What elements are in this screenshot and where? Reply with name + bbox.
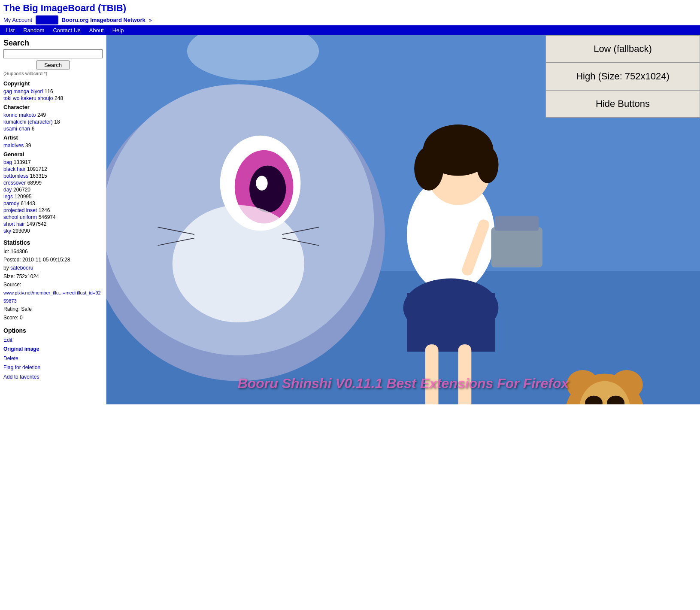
stat-by: by safebooru: [3, 264, 103, 272]
svg-point-9: [249, 166, 286, 212]
list-item: black hair 1091712: [3, 166, 103, 172]
option-add-favorites[interactable]: Add to favorites: [3, 373, 103, 382]
sub-nav: List Random Contact Us About Help: [0, 25, 700, 35]
list-item: gag manga biyori 116: [3, 88, 103, 94]
svg-point-10: [256, 176, 267, 191]
stat-source-label: Source:: [3, 281, 103, 289]
nav-contact-us[interactable]: Contact Us: [48, 25, 85, 35]
options-title: Options: [3, 327, 103, 334]
svg-rect-18: [407, 293, 495, 352]
list-item: usami-chan 6: [3, 125, 103, 132]
stat-score: Score: 0: [3, 314, 103, 322]
overlay-buttons: Low (fallback) High (Size: 752x1024) Hid…: [545, 35, 700, 118]
tag-bottomless[interactable]: bottomless: [3, 173, 28, 179]
nav-help[interactable]: Help: [108, 25, 128, 35]
tag-legs[interactable]: legs: [3, 194, 13, 200]
stat-user-link[interactable]: safebooru: [10, 265, 33, 271]
general-title: General: [3, 151, 103, 158]
option-original-image[interactable]: Original image: [3, 345, 103, 354]
tag-maldives[interactable]: maldives: [3, 143, 24, 149]
tag-crossover[interactable]: crossover: [3, 180, 26, 186]
list-item: short hair 1497542: [3, 221, 103, 227]
artist-title: Artist: [3, 134, 103, 141]
tag-konno-makoto[interactable]: konno makoto: [3, 112, 36, 118]
list-item: kumakichi (character) 18: [3, 118, 103, 125]
low-fallback-button[interactable]: Low (fallback): [546, 36, 700, 63]
site-title: The Big ImageBoard (TBIB): [0, 0, 700, 15]
option-edit[interactable]: Edit: [3, 336, 103, 345]
list-item: projected inset 1246: [3, 207, 103, 213]
wildcard-note: (Supports wildcard *): [3, 71, 103, 76]
tag-short-hair[interactable]: short hair: [3, 221, 25, 227]
main-layout: Search Search (Supports wildcard *) Copy…: [0, 35, 700, 404]
my-account-link[interactable]: My Account: [3, 17, 32, 23]
source-url-link[interactable]: www.pixiv.net/member_illu...=medi illust…: [3, 290, 101, 303]
stat-size: Size: 752x1024: [3, 273, 103, 281]
search-button[interactable]: Search: [36, 60, 70, 70]
top-nav: My Account Posts Booru.org Imageboard Ne…: [0, 15, 700, 25]
posts-button[interactable]: Posts: [36, 15, 58, 24]
search-heading: Search: [3, 39, 103, 48]
list-item: maldives 39: [3, 142, 103, 149]
tag-sky[interactable]: sky: [3, 228, 11, 234]
arrow-link[interactable]: »: [149, 17, 152, 23]
list-item: day 206720: [3, 186, 103, 193]
list-item: konno makoto 249: [3, 112, 103, 118]
list-item: bottomless 163315: [3, 173, 103, 179]
list-item: crossover 68999: [3, 179, 103, 186]
stat-rating: Rating: Safe: [3, 305, 103, 313]
list-item: parody 61443: [3, 200, 103, 206]
options-section: Options Edit Original image Delete Flag …: [3, 327, 103, 382]
statistics-title: Statistics: [3, 239, 103, 246]
list-item: school uniform 546974: [3, 214, 103, 220]
tag-day[interactable]: day: [3, 187, 12, 193]
stat-source-url: www.pixiv.net/member_illu...=medi illust…: [3, 289, 103, 305]
hide-buttons-button[interactable]: Hide Buttons: [546, 91, 700, 117]
tag-projected-inset[interactable]: projected inset: [3, 207, 37, 213]
option-delete[interactable]: Delete: [3, 354, 103, 364]
svg-point-25: [414, 146, 443, 190]
nav-about[interactable]: About: [85, 25, 108, 35]
svg-rect-28: [491, 227, 542, 267]
list-item: legs 120995: [3, 193, 103, 200]
search-section: Search Search (Supports wildcard *): [3, 39, 103, 76]
nav-list[interactable]: List: [2, 25, 19, 35]
tag-toki-wo-kakeru-shoujo[interactable]: toki wo kakeru shoujo: [3, 95, 53, 101]
option-flag-deletion[interactable]: Flag for deletion: [3, 363, 103, 373]
copyright-title: Copyright: [3, 80, 103, 87]
nav-random[interactable]: Random: [19, 25, 48, 35]
list-item: toki wo kakeru shoujo 248: [3, 95, 103, 101]
sidebar: Search Search (Supports wildcard *) Copy…: [0, 35, 106, 404]
tag-usami-chan[interactable]: usami-chan: [3, 126, 30, 132]
tag-kumakichi[interactable]: kumakichi (character): [3, 119, 53, 125]
list-item: bag 133917: [3, 159, 103, 165]
watermark: Booru Shinshi V0.11.1 Best Extensions Fo…: [238, 376, 569, 391]
stat-posted: Posted: 2010-11-05 09:15:28: [3, 256, 103, 264]
artist-section: Artist maldives 39: [3, 134, 103, 149]
svg-point-11: [173, 205, 304, 322]
svg-rect-29: [495, 216, 539, 231]
tag-black-hair[interactable]: black hair: [3, 166, 25, 172]
booru-network-link[interactable]: Booru.org Imageboard Network: [62, 17, 145, 23]
statistics-section: Statistics Id: 164306 Posted: 2010-11-05…: [3, 239, 103, 322]
copyright-section: Copyright gag manga biyori 116 toki wo k…: [3, 80, 103, 101]
svg-point-26: [476, 146, 498, 183]
character-section: Character konno makoto 249 kumakichi (ch…: [3, 104, 103, 132]
tag-gag-manga-biyori[interactable]: gag manga biyori: [3, 88, 43, 94]
stat-id: Id: 164306: [3, 248, 103, 256]
svg-rect-19: [425, 344, 439, 404]
tag-bag[interactable]: bag: [3, 159, 12, 165]
tag-school-uniform[interactable]: school uniform: [3, 214, 37, 220]
content-area: Booru Shinshi V0.11.1 Best Extensions Fo…: [106, 35, 700, 404]
general-section: General bag 133917 black hair 1091712 bo…: [3, 151, 103, 234]
search-input[interactable]: [3, 49, 103, 58]
high-size-button[interactable]: High (Size: 752x1024): [546, 63, 700, 90]
list-item: sky 293090: [3, 228, 103, 234]
svg-rect-20: [458, 344, 472, 404]
character-title: Character: [3, 104, 103, 110]
tag-parody[interactable]: parody: [3, 200, 19, 206]
